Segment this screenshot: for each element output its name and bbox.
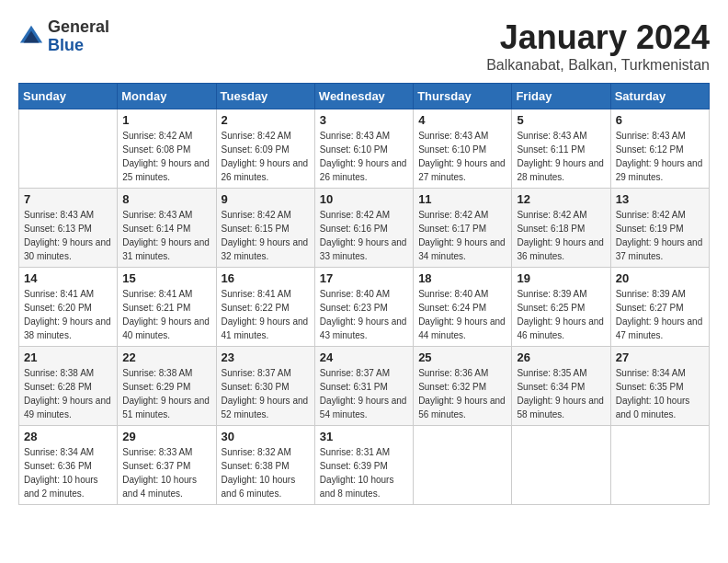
day-number: 5 (517, 113, 605, 127)
day-number: 3 (320, 113, 408, 127)
calendar-week-row: 21Sunrise: 8:38 AMSunset: 6:28 PMDayligh… (19, 347, 710, 426)
logo: General Blue (18, 18, 109, 55)
day-number: 1 (122, 113, 210, 127)
calendar-header-row: SundayMondayTuesdayWednesdayThursdayFrid… (19, 84, 710, 109)
day-info: Sunrise: 8:43 AMSunset: 6:10 PMDaylight:… (320, 129, 408, 184)
calendar-cell: 31Sunrise: 8:31 AMSunset: 6:39 PMDayligh… (314, 426, 413, 505)
day-number: 16 (222, 271, 310, 285)
day-info: Sunrise: 8:42 AMSunset: 6:17 PMDaylight:… (418, 208, 506, 263)
logo-icon (18, 24, 44, 50)
day-number: 31 (320, 430, 408, 443)
day-number: 19 (517, 271, 605, 285)
calendar-header-sunday: Sunday (19, 84, 118, 109)
day-info: Sunrise: 8:42 AMSunset: 6:18 PMDaylight:… (517, 208, 605, 263)
calendar-cell: 28Sunrise: 8:34 AMSunset: 6:36 PMDayligh… (19, 426, 118, 505)
calendar-header-wednesday: Wednesday (314, 84, 413, 109)
calendar-cell: 23Sunrise: 8:37 AMSunset: 6:30 PMDayligh… (216, 347, 314, 426)
day-number: 18 (418, 271, 506, 285)
day-number: 9 (222, 192, 310, 206)
day-number: 20 (616, 271, 704, 285)
logo-blue: Blue (48, 36, 84, 54)
day-info: Sunrise: 8:38 AMSunset: 6:28 PMDaylight:… (24, 366, 112, 421)
day-number: 22 (122, 350, 210, 364)
month-title: January 2024 (486, 18, 710, 57)
calendar-cell: 10Sunrise: 8:42 AMSunset: 6:16 PMDayligh… (314, 189, 413, 268)
day-info: Sunrise: 8:42 AMSunset: 6:16 PMDaylight:… (320, 208, 408, 263)
calendar-header-friday: Friday (512, 84, 610, 109)
day-number: 23 (222, 350, 310, 364)
day-info: Sunrise: 8:34 AMSunset: 6:35 PMDaylight:… (616, 366, 704, 421)
day-number: 26 (517, 350, 605, 364)
day-number: 30 (222, 430, 310, 443)
day-number: 15 (122, 271, 210, 285)
day-info: Sunrise: 8:40 AMSunset: 6:24 PMDaylight:… (418, 287, 506, 342)
calendar-cell: 1Sunrise: 8:42 AMSunset: 6:08 PMDaylight… (118, 109, 216, 189)
day-info: Sunrise: 8:37 AMSunset: 6:31 PMDaylight:… (320, 366, 408, 421)
day-info: Sunrise: 8:36 AMSunset: 6:32 PMDaylight:… (418, 366, 506, 421)
day-number: 28 (24, 430, 112, 443)
day-number: 13 (616, 192, 704, 206)
day-info: Sunrise: 8:39 AMSunset: 6:25 PMDaylight:… (517, 287, 605, 342)
calendar-cell: 7Sunrise: 8:43 AMSunset: 6:13 PMDaylight… (19, 189, 118, 268)
day-info: Sunrise: 8:41 AMSunset: 6:22 PMDaylight:… (222, 287, 310, 342)
day-info: Sunrise: 8:41 AMSunset: 6:21 PMDaylight:… (122, 287, 210, 342)
day-info: Sunrise: 8:43 AMSunset: 6:14 PMDaylight:… (122, 208, 210, 263)
day-info: Sunrise: 8:38 AMSunset: 6:29 PMDaylight:… (122, 366, 210, 421)
day-info: Sunrise: 8:42 AMSunset: 6:09 PMDaylight:… (222, 129, 310, 184)
logo-text: General Blue (48, 18, 109, 55)
day-number: 2 (222, 113, 310, 127)
calendar-cell: 9Sunrise: 8:42 AMSunset: 6:15 PMDaylight… (216, 189, 314, 268)
day-number: 29 (122, 430, 210, 443)
calendar-header-tuesday: Tuesday (216, 84, 314, 109)
calendar-week-row: 14Sunrise: 8:41 AMSunset: 6:20 PMDayligh… (19, 268, 710, 347)
day-number: 11 (418, 192, 506, 206)
calendar-cell (19, 109, 118, 189)
day-number: 4 (418, 113, 506, 127)
calendar-cell: 4Sunrise: 8:43 AMSunset: 6:10 PMDaylight… (414, 109, 512, 189)
calendar-header-monday: Monday (118, 84, 216, 109)
calendar-cell: 13Sunrise: 8:42 AMSunset: 6:19 PMDayligh… (610, 189, 709, 268)
calendar-cell: 14Sunrise: 8:41 AMSunset: 6:20 PMDayligh… (19, 268, 118, 347)
day-info: Sunrise: 8:43 AMSunset: 6:12 PMDaylight:… (616, 129, 704, 184)
calendar-cell: 8Sunrise: 8:43 AMSunset: 6:14 PMDaylight… (118, 189, 216, 268)
day-number: 12 (517, 192, 605, 206)
day-info: Sunrise: 8:33 AMSunset: 6:37 PMDaylight:… (122, 445, 210, 500)
day-info: Sunrise: 8:43 AMSunset: 6:11 PMDaylight:… (517, 129, 605, 184)
day-number: 24 (320, 350, 408, 364)
location-subtitle: Balkanabat, Balkan, Turkmenistan (486, 57, 710, 74)
calendar-cell: 25Sunrise: 8:36 AMSunset: 6:32 PMDayligh… (414, 347, 512, 426)
logo-general: General (48, 17, 109, 36)
day-info: Sunrise: 8:32 AMSunset: 6:38 PMDaylight:… (222, 445, 310, 500)
calendar-cell (414, 426, 512, 505)
day-info: Sunrise: 8:35 AMSunset: 6:34 PMDaylight:… (517, 366, 605, 421)
calendar-cell: 21Sunrise: 8:38 AMSunset: 6:28 PMDayligh… (19, 347, 118, 426)
day-number: 10 (320, 192, 408, 206)
calendar-header-saturday: Saturday (610, 84, 709, 109)
day-number: 21 (24, 350, 112, 364)
day-info: Sunrise: 8:43 AMSunset: 6:10 PMDaylight:… (418, 129, 506, 184)
calendar-cell (512, 426, 610, 505)
calendar-table: SundayMondayTuesdayWednesdayThursdayFrid… (18, 83, 710, 505)
calendar-cell: 22Sunrise: 8:38 AMSunset: 6:29 PMDayligh… (118, 347, 216, 426)
calendar-cell: 17Sunrise: 8:40 AMSunset: 6:23 PMDayligh… (314, 268, 413, 347)
calendar-cell: 3Sunrise: 8:43 AMSunset: 6:10 PMDaylight… (314, 109, 413, 189)
calendar-cell: 16Sunrise: 8:41 AMSunset: 6:22 PMDayligh… (216, 268, 314, 347)
calendar-cell: 20Sunrise: 8:39 AMSunset: 6:27 PMDayligh… (610, 268, 709, 347)
calendar-cell: 19Sunrise: 8:39 AMSunset: 6:25 PMDayligh… (512, 268, 610, 347)
calendar-week-row: 1Sunrise: 8:42 AMSunset: 6:08 PMDaylight… (19, 109, 710, 189)
day-number: 8 (122, 192, 210, 206)
calendar-cell: 27Sunrise: 8:34 AMSunset: 6:35 PMDayligh… (610, 347, 709, 426)
day-info: Sunrise: 8:42 AMSunset: 6:15 PMDaylight:… (222, 208, 310, 263)
day-number: 7 (24, 192, 112, 206)
calendar-cell: 29Sunrise: 8:33 AMSunset: 6:37 PMDayligh… (118, 426, 216, 505)
day-info: Sunrise: 8:42 AMSunset: 6:19 PMDaylight:… (616, 208, 704, 263)
calendar-cell: 18Sunrise: 8:40 AMSunset: 6:24 PMDayligh… (414, 268, 512, 347)
calendar-week-row: 7Sunrise: 8:43 AMSunset: 6:13 PMDaylight… (19, 189, 710, 268)
calendar-header-thursday: Thursday (414, 84, 512, 109)
day-info: Sunrise: 8:37 AMSunset: 6:30 PMDaylight:… (222, 366, 310, 421)
day-info: Sunrise: 8:31 AMSunset: 6:39 PMDaylight:… (320, 445, 408, 500)
day-number: 17 (320, 271, 408, 285)
page-header: General Blue January 2024 Balkanabat, Ba… (18, 18, 710, 74)
calendar-cell: 5Sunrise: 8:43 AMSunset: 6:11 PMDaylight… (512, 109, 610, 189)
calendar-week-row: 28Sunrise: 8:34 AMSunset: 6:36 PMDayligh… (19, 426, 710, 505)
